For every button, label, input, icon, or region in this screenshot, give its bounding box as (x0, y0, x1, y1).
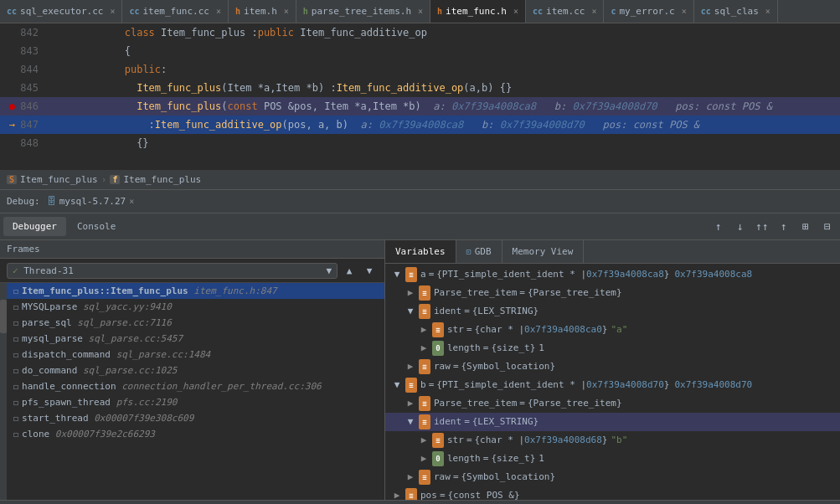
frame-name-9: clone 0x00007f39e2c66293 (22, 429, 155, 440)
frame-item-5[interactable]: ☐ do_command sql_parse.cc:1025 (7, 363, 384, 378)
frame-item-1[interactable]: ☐ MYSQLparse sql_yacc.yy:9410 (7, 299, 384, 315)
step-out-btn[interactable]: ↑↑ (753, 218, 771, 236)
expand-a-str[interactable]: ▶ (419, 322, 429, 337)
arrow-icon-847: → (7, 119, 17, 131)
tab-close-sql-clas[interactable]: × (765, 7, 770, 16)
tab-my-error[interactable]: c my_error.c × (604, 0, 693, 23)
var-item-a-ident[interactable]: ▼ ≡ ident = {LEX_STRING} (385, 302, 840, 321)
var-item-a-ident-length[interactable]: ▶ 0 length = {size_t} 1 (385, 339, 840, 357)
thread-check-icon: ✓ (13, 265, 23, 276)
tab-item-func-h[interactable]: h item_func.h × (430, 0, 526, 23)
frames-scrollbar[interactable] (0, 283, 7, 500)
evaluate-btn[interactable]: ⊞ (796, 218, 815, 236)
tab-icon-my-error: c (611, 7, 616, 16)
var-tabs: Variables ⊡ GDB Memory View (385, 240, 840, 264)
line-gutter-848: 848 (3, 137, 45, 149)
var-item-a[interactable]: ▼ ≡ a = {PTI_simple_ident_ident * | 0x7f… (385, 265, 840, 284)
tab-console[interactable]: Console (68, 217, 125, 236)
frame-name-5: do_command sql_parse.cc:1025 (22, 365, 177, 376)
frame-item-6[interactable]: ☐ handle_connection connection_handler_p… (7, 378, 384, 394)
step-over-btn[interactable]: ↑ (709, 218, 728, 236)
thread-dropdown[interactable]: ✓ Thread-31 ▼ (7, 263, 338, 279)
tab-item-func-cc[interactable]: cc item_func.cc × (122, 0, 229, 23)
var-item-a-raw[interactable]: ▶ ≡ raw = {Symbol_location} (385, 357, 840, 376)
tab-sql-executor[interactable]: cc sql_executor.cc × (0, 0, 122, 23)
frame-item-7[interactable]: ☐ pfs_spawn_thread pfs.cc:2190 (7, 394, 384, 410)
var-type-icon-parse-tree-b: ≡ (419, 396, 430, 411)
frame-name-8: start_thread 0x00007f39e308c609 (22, 413, 193, 424)
frames-scrollbar-thumb[interactable] (0, 300, 7, 333)
frame-item-8[interactable]: ☐ start_thread 0x00007f39e308c609 (7, 410, 384, 426)
tab-close-item-func-h[interactable]: × (513, 7, 518, 16)
expand-b-raw[interactable]: ▶ (405, 470, 415, 485)
var-type-icon-ident-b: ≡ (419, 414, 430, 429)
tab-close-my-error[interactable]: × (682, 7, 687, 16)
bottom-bar: 我想打篮球 (0, 500, 840, 504)
debug-main: Frames ✓ Thread-31 ▼ ▲ ▼ (0, 240, 840, 500)
frame-icon-3: ☐ (13, 334, 18, 343)
frame-item-9[interactable]: ☐ clone 0x00007f39e2c66293 (7, 426, 384, 442)
frame-icon-7: ☐ (13, 398, 18, 407)
var-item-b-parse-tree[interactable]: ▶ ≡ Parse_tree_item = {Parse_tree_item} (385, 394, 840, 413)
frame-icon-6: ☐ (13, 382, 18, 391)
session-close-btn[interactable]: × (129, 197, 134, 206)
memory-view-btn[interactable]: ⊟ (818, 218, 837, 236)
debug-session[interactable]: 🗄 mysql-5.7.27 × (47, 196, 135, 207)
expand-b-ident[interactable]: ▼ (405, 414, 415, 429)
thread-nav-up[interactable]: ▲ (341, 262, 358, 279)
var-type-icon-parse-tree-a: ≡ (419, 285, 430, 301)
var-item-b-ident-length[interactable]: ▶ 0 length = {size_t} 1 (385, 450, 840, 468)
var-type-icon-length-b: 0 (432, 451, 444, 466)
var-tab-variables[interactable]: Variables (385, 240, 456, 263)
step-into-btn[interactable]: ↓ (731, 218, 750, 236)
tab-sql-clas[interactable]: cc sql_clas × (694, 0, 778, 23)
var-item-a-parse-tree[interactable]: ▶ ≡ Parse_tree_item = {Parse_tree_item} (385, 284, 840, 302)
thread-nav-down[interactable]: ▼ (361, 262, 378, 279)
frame-name-1: MYSQLparse sql_yacc.yy:9410 (22, 301, 172, 312)
var-tab-gdb[interactable]: ⊡ GDB (456, 240, 502, 263)
line-gutter-845: 845 (3, 82, 45, 94)
tab-parse-tree-items[interactable]: h parse_tree_items.h × (296, 0, 430, 23)
tab-close-parse-tree[interactable]: × (418, 7, 423, 16)
tab-item-cc[interactable]: cc item.cc × (526, 0, 604, 23)
tab-close-sql-executor[interactable]: × (110, 7, 115, 16)
frame-item-2[interactable]: ☐ parse_sql sql_parse.cc:7116 (7, 315, 384, 331)
tab-close-item-cc[interactable]: × (591, 7, 596, 16)
var-item-b-ident-str[interactable]: ▶ ≡ str = {char * | 0x7f39a4008d68 } "b" (385, 431, 840, 450)
frame-item-3[interactable]: ☐ mysql_parse sql_parse.cc:5457 (7, 331, 384, 347)
run-to-cursor-btn[interactable]: ↑ (775, 218, 793, 236)
var-item-pos[interactable]: ▶ ≡ pos = {const POS &} (385, 486, 840, 500)
line-gutter-846: ● 846 (3, 100, 45, 112)
expand-b-parse-tree[interactable]: ▶ (405, 396, 415, 411)
frame-item-0[interactable]: ☐ Item_func_plus::Item_func_plus item_fu… (7, 283, 384, 299)
var-item-b-raw[interactable]: ▶ ≡ raw = {Symbol_location} (385, 468, 840, 486)
tab-icon-parse-tree: h (303, 7, 308, 16)
var-item-b[interactable]: ▼ ≡ b = {PTI_simple_ident_ident * | 0x7f… (385, 376, 840, 394)
expand-b-str[interactable]: ▶ (419, 433, 429, 448)
frame-name-6: handle_connection connection_handler_per… (22, 381, 322, 392)
var-item-a-ident-str[interactable]: ▶ ≡ str = {char * | 0x7f39a4008ca0 } "a" (385, 321, 840, 339)
frames-panel: Frames ✓ Thread-31 ▼ ▲ ▼ (0, 240, 385, 500)
expand-a[interactable]: ▼ (392, 267, 402, 282)
gdb-icon: ⊡ (466, 247, 472, 256)
expand-a-raw[interactable]: ▶ (405, 359, 415, 374)
frames-header: Frames (0, 240, 384, 259)
frame-item-4[interactable]: ☐ dispatch_command sql_parse.cc:1484 (7, 347, 384, 363)
code-line-848: 848 {} (0, 134, 840, 152)
expand-a-length[interactable]: ▶ (419, 341, 429, 356)
expand-pos[interactable]: ▶ (392, 488, 402, 500)
expand-b[interactable]: ▼ (392, 378, 402, 393)
tab-close-item-func-cc[interactable]: × (216, 7, 221, 16)
expand-b-length[interactable]: ▶ (419, 451, 429, 466)
expand-a-ident[interactable]: ▼ (405, 304, 415, 319)
var-type-icon-pos: ≡ (405, 488, 417, 500)
expand-a-parse-tree[interactable]: ▶ (405, 285, 415, 301)
variables-panel: Variables ⊡ GDB Memory View ▼ ≡ a = (385, 240, 840, 500)
tab-item-h[interactable]: h item.h × (229, 0, 296, 23)
breakpoint-icon-846: ● (7, 100, 17, 112)
tab-close-item-h[interactable]: × (284, 7, 289, 16)
var-item-b-ident[interactable]: ▼ ≡ ident = {LEX_STRING} (385, 413, 840, 431)
code-content-848: {} (45, 126, 837, 161)
var-tab-memory[interactable]: Memory View (502, 240, 585, 263)
tab-debugger[interactable]: Debugger (3, 217, 66, 236)
